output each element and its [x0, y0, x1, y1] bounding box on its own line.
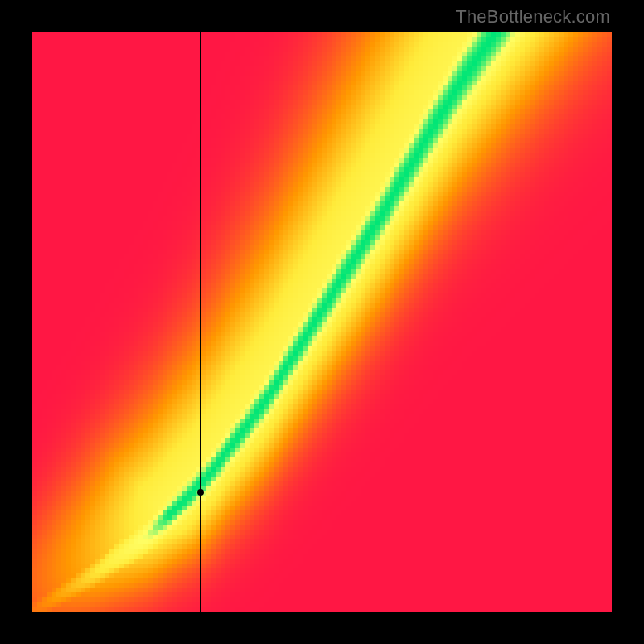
plot-area — [32, 32, 612, 612]
marker-dot — [197, 489, 204, 496]
chart-frame: TheBottleneck.com — [0, 0, 644, 644]
crosshair-vertical — [200, 32, 201, 612]
crosshair-horizontal — [32, 493, 612, 493]
heatmap-canvas — [32, 32, 612, 612]
watermark-text: TheBottleneck.com — [456, 6, 610, 27]
